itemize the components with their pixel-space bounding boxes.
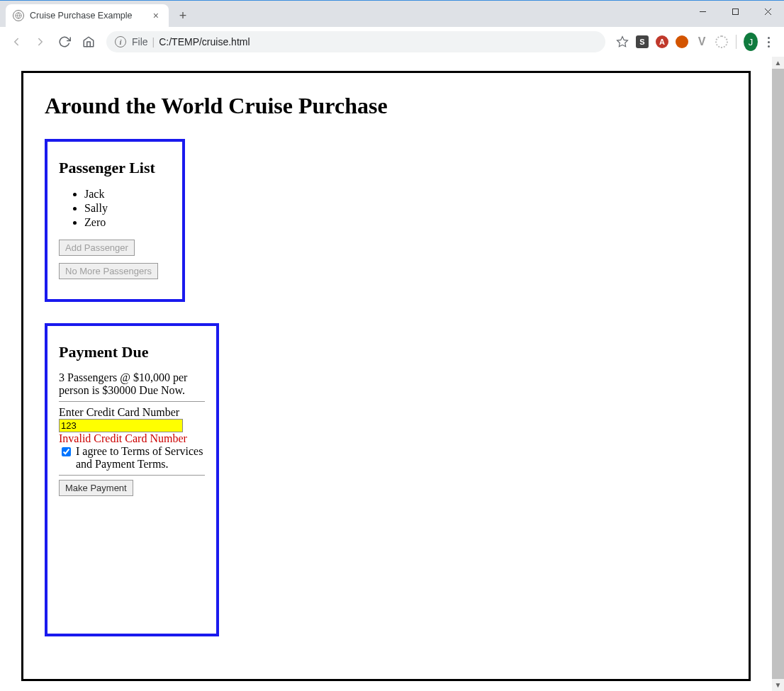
close-icon[interactable]: × [150, 10, 162, 21]
bookmark-star-icon[interactable] [615, 35, 629, 49]
list-item: Sally [84, 201, 171, 215]
passenger-list: Jack Sally Zero [59, 187, 171, 230]
page: Around the World Cruise Purchase Passeng… [0, 57, 772, 691]
info-icon[interactable]: i [115, 36, 126, 47]
extension-icon-3[interactable] [675, 35, 689, 49]
add-passenger-button[interactable]: Add Passenger [59, 240, 135, 256]
viewport: Around the World Cruise Purchase Passeng… [0, 57, 784, 691]
new-tab-button[interactable]: + [173, 6, 193, 26]
agree-checkbox[interactable] [62, 447, 71, 456]
payment-summary: 3 Passengers @ $10,000 per person is $30… [59, 371, 205, 397]
agree-row: I agree to Terms of Services and Payment… [59, 445, 205, 471]
make-payment-button[interactable]: Make Payment [59, 480, 133, 496]
extension-icon-4[interactable]: V [695, 35, 709, 49]
extension-icon-1[interactable]: S [635, 35, 649, 49]
menu-button[interactable] [763, 37, 774, 47]
profile-avatar[interactable]: J [744, 35, 758, 49]
url-separator: | [152, 36, 155, 47]
tab-title: Cruise Purchase Example [30, 11, 150, 21]
divider [59, 475, 205, 476]
extension-icon-2[interactable]: A [655, 35, 669, 49]
vertical-scrollbar[interactable]: ▲ ▼ [772, 57, 784, 691]
address-bar[interactable]: i File | C:/TEMP/cruise.html [106, 31, 605, 52]
toolbar: i File | C:/TEMP/cruise.html S A V J [0, 27, 784, 57]
payment-panel-title: Payment Due [59, 343, 205, 361]
cc-input[interactable] [59, 419, 183, 432]
page-border: Around the World Cruise Purchase Passeng… [21, 71, 751, 681]
minimize-button[interactable] [686, 1, 719, 22]
globe-icon [13, 10, 24, 21]
browser-chrome: Cruise Purchase Example × + i File | C:/… [0, 0, 784, 57]
url-path: C:/TEMP/cruise.html [159, 36, 250, 47]
url-scheme: File [132, 36, 148, 47]
page-title: Around the World Cruise Purchase [45, 93, 727, 119]
svg-marker-5 [617, 37, 628, 47]
list-item: Zero [84, 215, 171, 230]
scroll-thumb[interactable] [772, 69, 784, 679]
payment-panel: Payment Due 3 Passengers @ $10,000 per p… [45, 323, 219, 636]
scroll-up-arrow[interactable]: ▲ [772, 57, 784, 69]
svg-rect-2 [732, 9, 738, 14]
browser-tab[interactable]: Cruise Purchase Example × [6, 4, 169, 27]
agree-label: I agree to Terms of Services and Payment… [76, 445, 205, 471]
window-controls [686, 1, 784, 22]
list-item: Jack [84, 187, 171, 201]
extension-icon-5[interactable] [715, 35, 729, 49]
scroll-down-arrow[interactable]: ▼ [772, 679, 784, 691]
divider [59, 401, 205, 402]
cc-error: Invalid Credit Card Number [59, 432, 205, 445]
toolbar-divider [736, 35, 737, 49]
cc-label: Enter Credit Card Number [59, 406, 205, 419]
reload-button[interactable] [54, 31, 75, 52]
tab-strip: Cruise Purchase Example × + [0, 0, 784, 27]
window-close-button[interactable] [751, 1, 784, 22]
passenger-panel: Passenger List Jack Sally Zero Add Passe… [45, 139, 185, 302]
extension-icons: S A V J [615, 35, 778, 49]
home-button[interactable] [78, 31, 99, 52]
forward-button[interactable] [30, 31, 51, 52]
passenger-panel-title: Passenger List [59, 159, 171, 177]
maximize-button[interactable] [719, 1, 751, 22]
back-button[interactable] [6, 31, 27, 52]
no-more-passengers-button[interactable]: No More Passengers [59, 263, 158, 279]
